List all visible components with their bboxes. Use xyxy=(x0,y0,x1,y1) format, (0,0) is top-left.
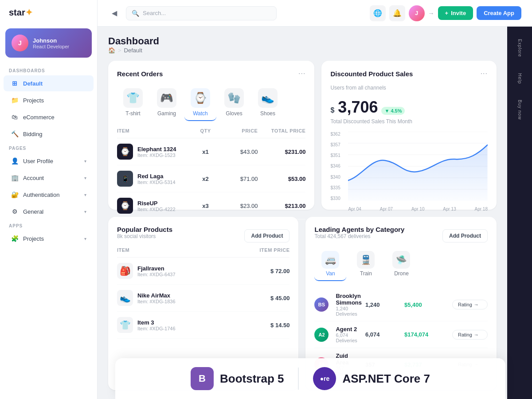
agent-category-tabs: 🚐 Van 🚆 Train 🛸 Drone xyxy=(314,247,488,281)
sidebar-item-account[interactable]: 🏢 Account ▾ xyxy=(4,170,94,186)
general-icon: ⚙ xyxy=(11,207,19,215)
x-label: Apr 07 xyxy=(380,207,393,211)
product-item: 🎒 Fjallraven Item: #XDG-6437 xyxy=(117,263,245,279)
card-menu-button[interactable]: ··· xyxy=(298,70,305,78)
orders-table: ITEM QTY PRICE TOTAL PRICE ⌚ Elephant 13… xyxy=(117,128,305,219)
product-sku: Item: #XDG-1836 xyxy=(137,299,176,304)
sidebar-item-label: User Profile xyxy=(23,158,53,164)
user-name: Johnson xyxy=(33,37,69,44)
product-sku: Item: #XDG-1746 xyxy=(137,326,176,331)
cat-tab-gaming[interactable]: 🎮 Gaming xyxy=(151,85,183,121)
search-wrap[interactable]: 🔍 xyxy=(126,6,277,20)
profile-icon: 👤 xyxy=(11,157,19,165)
sidebar-item-general[interactable]: ⚙ General ▾ xyxy=(4,203,94,219)
cat-tab-watch[interactable]: ⌚ Watch xyxy=(184,85,216,121)
notification-button[interactable]: 🔔 xyxy=(389,5,405,21)
product-name: Item 3 xyxy=(137,319,176,326)
explore-button[interactable]: Explore xyxy=(517,35,522,61)
sidebar-item-default[interactable]: ⊞ Default xyxy=(4,75,94,91)
sales-number: 3,706 xyxy=(338,98,378,117)
agents-subtitle: Total 424,567 deliveries xyxy=(314,233,404,239)
sales-card: Discounted Product Sales ··· Users from … xyxy=(321,61,497,210)
product-price: $ 72.00 xyxy=(245,268,289,274)
x-label: Apr 04 xyxy=(348,207,361,211)
plus-icon: + xyxy=(445,10,449,16)
cat-tab-tshirt[interactable]: 👕 T-shirt xyxy=(117,85,149,121)
table-row: BS Brooklyn Simmons 1,240 Deliveries 1,2… xyxy=(314,288,488,321)
agent-tab-train[interactable]: 🚆 Train xyxy=(350,247,382,281)
add-product-button[interactable]: Add Product xyxy=(244,229,289,243)
sidebar-item-label: Projects xyxy=(23,235,44,242)
bootstrap-promo: B Bootstrap 5 xyxy=(191,367,284,390)
sidebar-item-ecommerce[interactable]: 🛍 eCommerce xyxy=(4,109,94,125)
sales-chart: $362 $357 $351 $346 $340 $335 $330 xyxy=(330,132,488,211)
sidebar-item-projects-app[interactable]: 🧩 Projects ▾ xyxy=(4,231,94,246)
product-price: $ 14.50 xyxy=(245,322,289,329)
invite-button[interactable]: + Invite xyxy=(438,6,473,20)
user-avatar: J xyxy=(12,35,28,51)
product-item: 👟 Nike AirMax Item: #XDG-1836 xyxy=(117,290,245,306)
agent-name: Brooklyn Simmons xyxy=(336,293,362,306)
y-label: $335 xyxy=(330,185,340,190)
create-app-button[interactable]: Create App xyxy=(477,6,521,20)
chart-y-axis: $362 $357 $351 $346 $340 $335 $330 xyxy=(330,132,340,201)
sales-menu-button[interactable]: ··· xyxy=(481,70,488,78)
agent-tab-drone[interactable]: 🛸 Drone xyxy=(385,247,417,281)
auth-icon: 🔐 xyxy=(11,191,19,199)
aspnet-icon: ●re xyxy=(313,367,336,390)
globe-button[interactable]: 🌐 xyxy=(370,5,386,21)
sales-subtitle: Users from all channels xyxy=(330,85,488,91)
cat-tab-shoes[interactable]: 👟 Shoes xyxy=(252,85,284,121)
search-icon: 🔍 xyxy=(132,10,139,17)
agent-count: 6,074 xyxy=(365,331,401,338)
content-and-right: Dashboard 🏠 > Default Recent Orders ··· xyxy=(98,27,532,399)
order-sku: Item: #XDG-4222 xyxy=(137,207,176,212)
sidebar-item-authentication[interactable]: 🔐 Authentication ▾ xyxy=(4,187,94,203)
sidebar-item-label: Projects xyxy=(23,97,44,104)
user-card[interactable]: J Johnson React Developer xyxy=(5,28,92,58)
help-button[interactable]: Help xyxy=(517,70,522,88)
promo-banner: B Bootstrap 5 ●re ASP.NET Core 7 xyxy=(115,358,505,399)
order-image: 📱 xyxy=(117,171,133,187)
sidebar-item-label: Authentication xyxy=(23,192,59,198)
table-row: ⌚ RiseUP Item: #XDG-4222 x3 $23.00 $213.… xyxy=(117,192,305,219)
sidebar-item-bidding[interactable]: 🔨 Bidding xyxy=(4,126,94,142)
table-row: 📱 Red Laga Item: #XDG-5314 x2 $71.00 $53… xyxy=(117,165,305,192)
buy-now-button[interactable]: Buy now xyxy=(517,96,522,123)
rating-button[interactable]: Rating → xyxy=(452,300,488,309)
agents-add-button[interactable]: Add Product xyxy=(442,229,488,243)
y-label: $351 xyxy=(330,153,340,158)
collapse-button[interactable]: ◀ xyxy=(108,7,121,20)
sidebar-item-projects[interactable]: 📁 Projects xyxy=(4,92,94,108)
agent-tab-van[interactable]: 🚐 Van xyxy=(314,247,346,281)
topbar-arrow-icon[interactable]: → xyxy=(428,10,434,17)
topbar: ◀ 🔍 🌐 🔔 J → + Invite Create App xyxy=(98,0,532,27)
home-icon[interactable]: 🏠 xyxy=(108,47,115,54)
promo-divider xyxy=(298,368,299,390)
agent-earnings: $5,400 xyxy=(404,301,449,308)
order-item: 📱 Red Laga Item: #XDG-5314 xyxy=(117,171,188,187)
list-item: 👟 Nike AirMax Item: #XDG-1836 $ 45.00 xyxy=(117,285,289,312)
gaming-icon: 🎮 xyxy=(157,88,176,108)
sales-title: Discounted Product Sales xyxy=(330,70,413,78)
drone-icon: 🛸 xyxy=(392,251,410,269)
product-item: 👕 Item 3 Item: #XDG-1746 xyxy=(117,317,245,333)
sales-badge: ▼ 4.5% xyxy=(381,107,405,115)
search-input[interactable] xyxy=(143,10,271,16)
chevron-icon: ▾ xyxy=(84,209,86,214)
agent-count: 1,240 xyxy=(365,301,401,308)
bootstrap-icon: B xyxy=(191,367,214,390)
agents-header: Leading Agents by Category Total 424,567… xyxy=(314,226,488,246)
app-icon: 🧩 xyxy=(11,235,19,243)
order-qty: x2 xyxy=(192,176,219,182)
cat-tab-gloves[interactable]: 🧤 Gloves xyxy=(218,85,250,121)
page-title-group: Dashboard 🏠 > Default xyxy=(108,35,159,54)
grid-icon: ⊞ xyxy=(11,79,19,87)
rating-button[interactable]: Rating → xyxy=(452,330,488,340)
x-label: Apr 13 xyxy=(443,207,456,211)
card-header: Recent Orders ··· xyxy=(117,70,305,78)
popular-subtitle: 8k social visitors xyxy=(117,233,172,239)
sidebar-item-user-profile[interactable]: 👤 User Profile ▾ xyxy=(4,153,94,169)
order-price: $71.00 xyxy=(222,176,258,182)
user-topbar-avatar[interactable]: J xyxy=(409,5,425,21)
